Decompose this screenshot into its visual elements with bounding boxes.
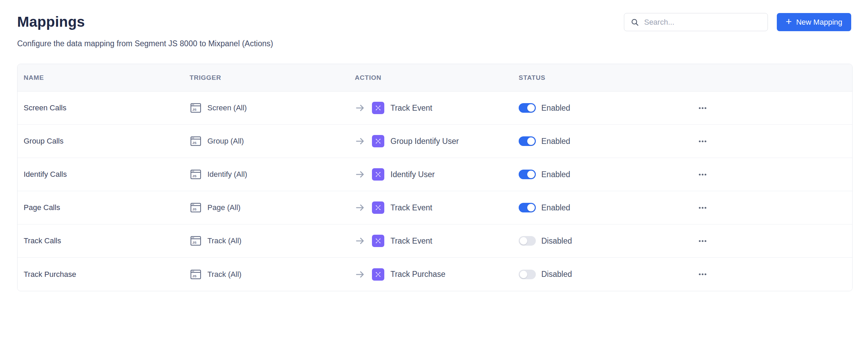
status-toggle[interactable]	[519, 203, 536, 212]
arrow-right-icon	[355, 269, 365, 280]
column-header-status: Status	[519, 74, 696, 82]
search-icon	[630, 18, 639, 27]
table-body: Screen Calls JS Screen (All)	[17, 91, 852, 291]
action-label: Track Event	[390, 236, 432, 246]
table-row: Track Purchase JS Track (All)	[17, 258, 852, 291]
svg-text:JS: JS	[192, 241, 196, 244]
js-window-icon: JS	[190, 235, 202, 247]
toggle-knob	[527, 104, 535, 112]
table-header: Name Trigger Action Status	[17, 64, 852, 91]
column-header-action: Action	[355, 74, 519, 82]
svg-text:JS: JS	[192, 207, 196, 211]
arrow-right-icon	[355, 236, 365, 246]
trigger-label: Page (All)	[207, 203, 241, 212]
action-label: Group Identify User	[390, 137, 459, 146]
row-menu-button[interactable]	[696, 168, 709, 181]
new-mapping-label: New Mapping	[796, 18, 842, 27]
table-row: Identify Calls JS Identify (All)	[17, 158, 852, 191]
column-header-trigger: Trigger	[190, 74, 355, 82]
row-name: Identify Calls	[24, 170, 67, 179]
toggle-knob	[527, 171, 535, 178]
table-row: Page Calls JS Page (All)	[17, 191, 852, 224]
ellipsis-icon	[698, 137, 707, 146]
action-label: Identify User	[390, 170, 435, 179]
toolbar: + New Mapping	[624, 13, 851, 31]
table-row: Group Calls JS Group (All)	[17, 125, 852, 158]
status-toggle[interactable]	[519, 170, 536, 179]
mixpanel-icon	[372, 201, 384, 214]
mappings-table: Name Trigger Action Status Screen Calls …	[17, 64, 853, 291]
toggle-knob	[527, 137, 535, 145]
row-name: Track Calls	[24, 236, 61, 245]
row-menu-button[interactable]	[696, 101, 709, 115]
column-header-name: Name	[17, 74, 190, 82]
status-label: Enabled	[541, 170, 570, 179]
row-menu-button[interactable]	[696, 234, 709, 248]
status-toggle[interactable]	[519, 236, 536, 246]
trigger-label: Track (All)	[207, 270, 241, 279]
status-toggle[interactable]	[519, 136, 536, 146]
mixpanel-icon	[372, 268, 384, 281]
ellipsis-icon	[698, 203, 707, 212]
js-window-icon: JS	[190, 102, 202, 114]
svg-text:JS: JS	[192, 108, 196, 111]
js-window-icon: JS	[190, 201, 202, 214]
arrow-right-icon	[355, 202, 365, 213]
trigger-label: Identify (All)	[207, 170, 247, 179]
status-label: Enabled	[541, 103, 570, 113]
status-label: Enabled	[541, 137, 570, 146]
status-label: Enabled	[541, 203, 570, 212]
trigger-label: Screen (All)	[207, 103, 247, 112]
trigger-label: Track (All)	[207, 236, 241, 245]
table-row: Screen Calls JS Screen (All)	[17, 91, 852, 125]
ellipsis-icon	[698, 270, 707, 279]
mixpanel-icon	[372, 168, 384, 181]
mappings-page: Mappings Configure the data mapping from…	[0, 0, 868, 344]
arrow-right-icon	[355, 169, 365, 180]
row-menu-button[interactable]	[696, 135, 709, 148]
action-label: Track Event	[390, 103, 432, 113]
status-toggle[interactable]	[519, 270, 536, 279]
mixpanel-icon	[372, 102, 384, 114]
status-label: Disabled	[541, 270, 572, 279]
new-mapping-button[interactable]: + New Mapping	[777, 13, 851, 31]
svg-text:JS: JS	[192, 174, 196, 178]
trigger-label: Group (All)	[207, 137, 244, 146]
action-label: Track Event	[390, 203, 432, 212]
search-input[interactable]	[644, 18, 761, 27]
mixpanel-icon	[372, 235, 384, 247]
plus-icon: +	[786, 16, 792, 27]
js-window-icon: JS	[190, 268, 202, 281]
row-name: Page Calls	[24, 203, 60, 212]
ellipsis-icon	[698, 236, 707, 246]
mixpanel-icon	[372, 135, 384, 147]
table-row: Track Calls JS Track (All)	[17, 224, 852, 258]
row-menu-button[interactable]	[696, 268, 709, 281]
toggle-knob	[520, 237, 527, 245]
search-box[interactable]	[624, 13, 768, 31]
status-toggle[interactable]	[519, 103, 536, 113]
action-label: Track Purchase	[390, 270, 445, 279]
row-name: Track Purchase	[24, 270, 76, 279]
arrow-right-icon	[355, 103, 365, 113]
svg-text:JS: JS	[192, 141, 196, 145]
page-subtitle: Configure the data mapping from Segment …	[17, 39, 851, 48]
js-window-icon: JS	[190, 168, 202, 181]
ellipsis-icon	[698, 103, 707, 113]
status-label: Disabled	[541, 236, 572, 246]
page-header: Mappings Configure the data mapping from…	[0, 0, 868, 48]
row-menu-button[interactable]	[696, 201, 709, 214]
js-window-icon: JS	[190, 135, 202, 147]
row-name: Group Calls	[24, 137, 63, 146]
toggle-knob	[520, 271, 527, 278]
svg-text:JS: JS	[192, 274, 196, 278]
toggle-knob	[527, 204, 535, 211]
arrow-right-icon	[355, 136, 365, 146]
row-name: Screen Calls	[24, 103, 67, 112]
ellipsis-icon	[698, 170, 707, 179]
